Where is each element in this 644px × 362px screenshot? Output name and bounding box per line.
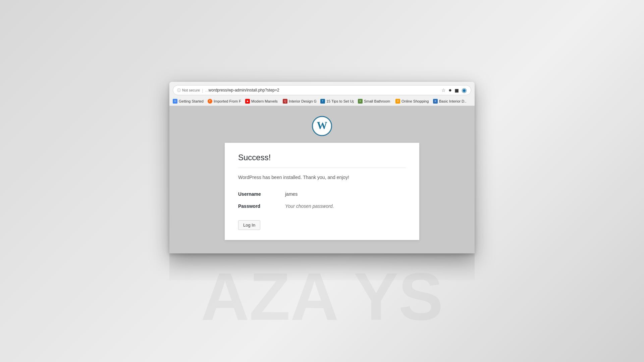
- username-row: Username james: [238, 188, 406, 200]
- bookmark-label-basic-interior: Basic Interior D...: [439, 99, 467, 103]
- bookmark-modern-marvels[interactable]: ▶ Modern Marvels 50S...: [245, 99, 279, 104]
- page-content: W Success! WordPress has been installed.…: [169, 106, 475, 253]
- bookmark-basic-interior[interactable]: B Basic Interior D...: [433, 99, 467, 104]
- bookmark-tips[interactable]: T 15 Tips to Set Up a T...: [320, 99, 354, 104]
- password-label: Password: [238, 203, 285, 209]
- bookmark-favicon-basic-interior: B: [433, 99, 438, 104]
- browser-window: ⓘ Not secure | ...wordpress/wp-admin/ins…: [169, 82, 475, 253]
- extensions-icon[interactable]: ◼: [454, 87, 459, 94]
- login-button[interactable]: Log In: [238, 220, 260, 230]
- url-separator: |: [202, 88, 203, 93]
- bookmark-label-shopping: Online Shopping fo...: [401, 99, 429, 103]
- credentials-table: Username james Password Your chosen pass…: [238, 188, 406, 212]
- bookmark-label-interior-design: Interior Design Gloss...: [289, 99, 316, 103]
- bookmark-star-icon[interactable]: ☆: [441, 87, 446, 93]
- bookmark-bathroom[interactable]: H Small Bathroom Colo...: [358, 99, 391, 104]
- wordpress-logo: W: [312, 116, 332, 136]
- bookmark-favicon-getting-started: G: [173, 99, 177, 104]
- svg-text:W: W: [317, 120, 327, 131]
- url-text: ...wordpress/wp-admin/install.php?step=2: [205, 88, 442, 93]
- success-box: Success! WordPress has been installed. T…: [225, 143, 419, 240]
- bookmark-favicon-imported: F: [208, 99, 212, 104]
- bookmark-label-modern-marvels: Modern Marvels 50S...: [251, 99, 279, 103]
- success-title: Success!: [238, 153, 406, 168]
- bookmark-shopping[interactable]: ☰ Online Shopping fo...: [395, 99, 429, 104]
- bookmark-favicon-quora: Q: [283, 99, 287, 104]
- bookmark-label-getting-started: Getting Started: [179, 99, 204, 103]
- not-secure-icon: ⓘ: [177, 88, 181, 93]
- bookmark-interior-design[interactable]: Q Interior Design Gloss...: [283, 99, 316, 104]
- bookmark-favicon-youtube: ▶: [245, 99, 250, 104]
- address-bar-icons: ☆ ● ◼ ◉: [441, 86, 467, 94]
- browser-reflection: [169, 253, 475, 280]
- password-row: Password Your chosen password.: [238, 200, 406, 212]
- profile-icon[interactable]: ●: [448, 87, 452, 93]
- browser-chrome: ⓘ Not secure | ...wordpress/wp-admin/ins…: [169, 82, 475, 95]
- password-value: Your chosen password.: [285, 203, 334, 209]
- bookmarks-bar: G Getting Started F Imported From Firef.…: [169, 97, 475, 106]
- success-message: WordPress has been installed. Thank you,…: [238, 175, 406, 180]
- not-secure-label: Not secure: [182, 88, 200, 92]
- bookmark-getting-started[interactable]: G Getting Started: [173, 99, 204, 104]
- username-label: Username: [238, 191, 285, 197]
- bookmark-favicon-shopping: ☰: [395, 99, 400, 104]
- bookmark-label-imported: Imported From Firef...: [214, 99, 241, 103]
- bookmark-label-tips: 15 Tips to Set Up a T...: [326, 99, 354, 103]
- vpn-icon[interactable]: ◉: [462, 86, 467, 94]
- bookmark-label-bathroom: Small Bathroom Colo...: [364, 99, 391, 103]
- bookmark-favicon-bathroom: H: [358, 99, 363, 104]
- address-bar[interactable]: ⓘ Not secure | ...wordpress/wp-admin/ins…: [173, 85, 471, 95]
- bookmark-favicon-tips: T: [320, 99, 325, 104]
- username-value: james: [285, 191, 298, 197]
- bookmark-imported[interactable]: F Imported From Firef...: [208, 99, 241, 104]
